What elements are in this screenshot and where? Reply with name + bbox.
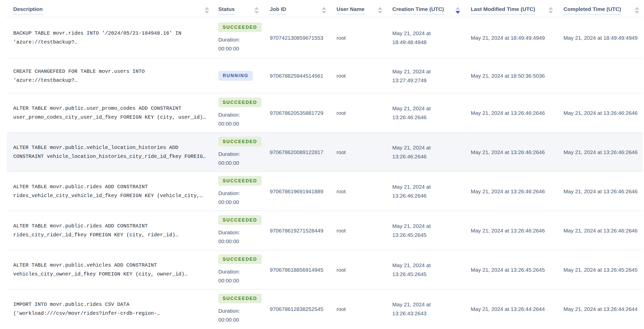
description-cell[interactable]: CREATE CHANGEFEED FOR TABLE movr.users I… (7, 67, 213, 85)
duration-value: 00:00:00 (218, 237, 259, 246)
table-row[interactable]: ALTER TABLE movr.public.vehicles ADD CON… (7, 250, 643, 289)
last-modified-time-cell: May 21, 2024 at 13:26:46:2646 (464, 148, 557, 157)
column-label: Creation Time (UTC) (392, 6, 444, 15)
status-badge: RUNNING (218, 71, 253, 81)
last-modified-time-cell: May 21, 2024 at 13:26:46:2646 (464, 187, 557, 196)
completed-time-cell: May 21, 2024 at 13:26:45:2645 (557, 265, 643, 274)
description-cell[interactable]: IMPORT INTO movr.public.rides CSV DATA (… (7, 300, 213, 318)
jobs-table: Description Status Job ID User Name Crea… (7, 0, 643, 328)
creation-time-cell: May 21, 2024 at 13:26:46:2646 (386, 182, 464, 200)
completed-time-cell: May 21, 2024 at 18:49:49:4949 (557, 33, 643, 42)
creation-time-cell: May 21, 2024 at 13:26:46:2646 (386, 104, 464, 122)
status-badge: SUCCEEDED (218, 254, 262, 264)
column-label: Completed Time (UTC) (564, 6, 621, 15)
sort-icon (322, 7, 326, 14)
job-id-cell: 970678619271528449 (262, 226, 330, 235)
table-row[interactable]: ALTER TABLE movr.public.rides ADD CONSTR… (7, 171, 643, 211)
duration-label: Duration: (218, 149, 259, 158)
status-cell: SUCCEEDED Duration: 00:00:00 (213, 294, 262, 324)
column-header-user-name[interactable]: User Name (330, 6, 386, 15)
status-cell: SUCCEEDED Duration: 00:00:00 (213, 254, 262, 285)
user-name-cell: root (330, 108, 386, 117)
description-cell[interactable]: ALTER TABLE movr.public.rides ADD CONSTR… (7, 222, 213, 239)
user-name-cell: root (330, 71, 386, 80)
completed-time-cell: May 21, 2024 at 13:26:46:2646 (557, 148, 643, 157)
job-id-cell: 970742130859671553 (262, 33, 330, 42)
duration-label: Duration: (218, 228, 259, 237)
status-badge: SUCCEEDED (218, 215, 262, 225)
column-header-last-modified-time[interactable]: Last Modified Time (UTC) (464, 6, 557, 15)
creation-time-cell: May 21, 2024 at 13:26:43:2643 (386, 300, 464, 318)
last-modified-time-cell: May 21, 2024 at 13:26:45:2645 (464, 265, 557, 274)
user-name-cell: root (330, 226, 386, 235)
description-cell[interactable]: ALTER TABLE movr.public.user_promo_codes… (7, 104, 213, 122)
user-name-cell: root (330, 148, 386, 157)
last-modified-time-cell: May 21, 2024 at 13:26:46:2646 (464, 226, 557, 235)
last-modified-time-cell: May 21, 2024 at 13:26:46:2646 (464, 108, 557, 117)
job-id-cell: 970678620535881729 (262, 108, 330, 117)
table-row[interactable]: ALTER TABLE movr.public.user_promo_codes… (7, 93, 643, 132)
user-name-cell: root (330, 305, 386, 313)
sort-icon (254, 7, 259, 14)
sort-icon (205, 7, 209, 14)
creation-time-cell: May 21, 2024 at 13:26:45:2645 (386, 222, 464, 239)
user-name-cell: root (330, 33, 386, 42)
completed-time-cell: May 21, 2024 at 13:26:46:2646 (557, 187, 643, 196)
duration-label: Duration: (218, 189, 259, 198)
last-modified-time-cell: May 21, 2024 at 18:49:49:4949 (464, 33, 557, 42)
sort-icon (378, 7, 382, 14)
status-badge: SUCCEEDED (218, 176, 262, 186)
completed-time-cell: May 21, 2024 at 13:26:44:2644 (557, 305, 643, 313)
status-cell: SUCCEEDED Duration: 00:00:00 (213, 98, 262, 128)
status-badge: SUCCEEDED (218, 98, 262, 107)
column-header-job-id[interactable]: Job ID (262, 6, 330, 15)
column-label: Last Modified Time (UTC) (471, 6, 535, 15)
completed-time-cell: May 21, 2024 at 13:26:46:2646 (557, 108, 643, 117)
column-label: Job ID (270, 6, 286, 15)
description-cell[interactable]: ALTER TABLE movr.public.rides ADD CONSTR… (7, 182, 213, 200)
user-name-cell: root (330, 265, 386, 274)
status-cell: SUCCEEDED Duration: 00:00:00 (213, 22, 262, 53)
duration-value: 00:00:00 (218, 158, 259, 167)
job-id-cell: 970678618856914945 (262, 265, 330, 274)
column-header-completed-time[interactable]: Completed Time (UTC) (557, 6, 643, 15)
description-cell[interactable]: ALTER TABLE movr.public.vehicles ADD CON… (7, 261, 213, 279)
job-id-cell: 970678619691941889 (262, 187, 330, 196)
table-row[interactable]: ALTER TABLE movr.public.rides ADD CONSTR… (7, 211, 643, 250)
column-label: Status (218, 6, 235, 15)
job-id-cell: 970678825944514561 (262, 71, 330, 80)
column-header-creation-time[interactable]: Creation Time (UTC) (386, 6, 464, 15)
status-badge: SUCCEEDED (218, 294, 262, 304)
table-header: Description Status Job ID User Name Crea… (7, 0, 643, 17)
table-row[interactable]: ALTER TABLE movr.public.vehicle_location… (7, 132, 643, 171)
creation-time-cell: May 21, 2024 at 13:26:46:2646 (386, 143, 464, 161)
creation-time-cell: May 21, 2024 at 13:27:49:2749 (386, 67, 464, 85)
column-label: User Name (337, 6, 365, 15)
duration-value: 00:00:00 (218, 198, 259, 207)
job-id-cell: 970678612838252545 (262, 305, 330, 313)
status-cell: RUNNING (213, 71, 262, 81)
duration-label: Duration: (218, 306, 259, 315)
duration-label: Duration: (218, 35, 259, 44)
duration-value: 00:00:00 (218, 276, 259, 285)
description-cell[interactable]: ALTER TABLE movr.public.vehicle_location… (7, 143, 213, 161)
description-cell[interactable]: BACKUP TABLE movr.rides INTO '/2024/05/2… (7, 29, 213, 47)
sort-icon (548, 7, 553, 14)
completed-time-cell: May 21, 2024 at 13:26:46:2646 (557, 226, 643, 235)
sort-icon (635, 7, 639, 14)
column-header-status[interactable]: Status (213, 6, 262, 15)
sort-icon-active-desc (455, 7, 460, 14)
duration-value: 00:00:00 (218, 119, 259, 128)
status-badge: SUCCEEDED (218, 22, 262, 32)
table-row[interactable]: CREATE CHANGEFEED FOR TABLE movr.users I… (7, 58, 643, 93)
table-row[interactable]: BACKUP TABLE movr.rides INTO '/2024/05/2… (7, 17, 643, 58)
last-modified-time-cell: May 21, 2024 at 13:26:44:2644 (464, 305, 557, 313)
creation-time-cell: May 21, 2024 at 13:26:45:2645 (386, 261, 464, 279)
status-cell: SUCCEEDED Duration: 00:00:00 (213, 137, 262, 168)
duration-label: Duration: (218, 267, 259, 276)
duration-label: Duration: (218, 110, 259, 119)
duration-value: 00:00:00 (218, 315, 259, 324)
column-label: Description (13, 6, 43, 15)
column-header-description[interactable]: Description (7, 6, 213, 15)
table-row[interactable]: IMPORT INTO movr.public.rides CSV DATA (… (7, 289, 643, 328)
